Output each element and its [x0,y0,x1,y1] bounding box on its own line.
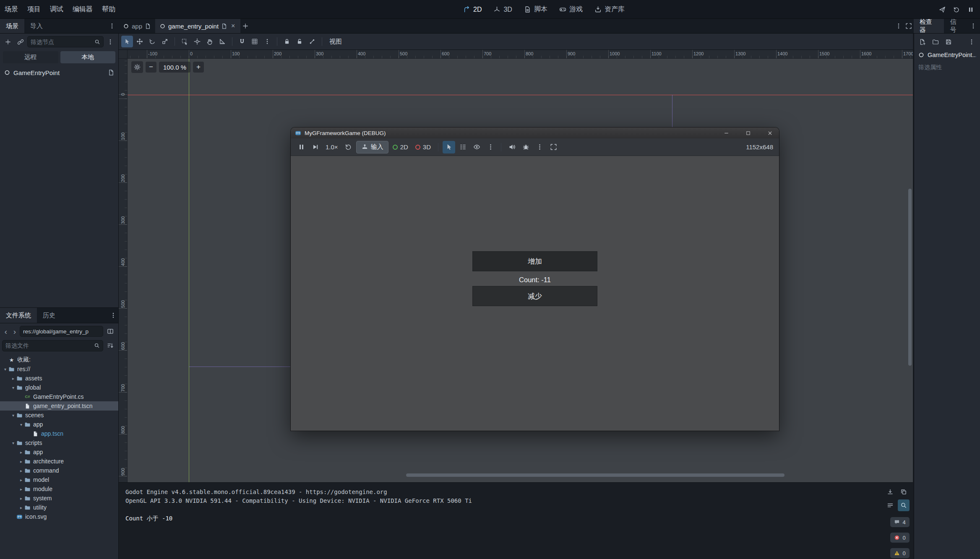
menu-scene[interactable]: 场景 [0,0,23,18]
sort-files-button[interactable] [104,340,116,351]
local-tab-button[interactable]: 本地 [60,51,116,63]
file-row[interactable]: ★收藏: [0,355,118,364]
workspace-game[interactable]: 游戏 [554,3,588,16]
filter-nodes-input[interactable] [31,39,93,45]
game-window[interactable]: MyGFrameworkGame (DEBUG) 1.0× 输入 2D 3D 1… [291,127,779,431]
increase-button[interactable]: 增加 [472,251,597,271]
zoom-in-button[interactable]: + [193,62,204,73]
smart-snap-button[interactable] [236,36,248,47]
ruler-tool-button[interactable] [216,36,228,47]
remote-tab-button[interactable]: 远程 [3,51,58,63]
folder-row[interactable]: ▾global [0,383,118,392]
pause-button[interactable] [965,4,977,16]
minimize-button[interactable] [717,127,735,138]
select-tool-button[interactable] [121,36,133,47]
remote-deploy-button[interactable] [936,4,948,16]
fs-tab-filesystem[interactable]: 文件系统 [0,308,37,323]
tree-expand-icon[interactable]: ▾ [2,367,8,372]
tree-expand-icon[interactable]: ▸ [18,468,24,473]
warning-count-button[interactable]: 0 [890,548,910,558]
folder-row[interactable]: ▸architecture [0,457,118,466]
next-frame-button[interactable] [309,141,321,153]
pan-tool-button[interactable] [204,36,216,47]
horizontal-scrollbar[interactable] [406,473,785,477]
filter-files-input[interactable] [5,342,92,349]
input-mode-button[interactable]: 输入 [356,141,388,153]
selection-options-button[interactable] [484,141,497,153]
mute-audio-button[interactable] [506,141,518,153]
folder-row[interactable]: ▾scenes [0,411,118,420]
search-log-button[interactable] [898,499,910,511]
menu-editor[interactable]: 编辑器 [68,0,97,18]
view-menu-button[interactable]: 视图 [325,34,346,49]
menu-debug[interactable]: 调试 [45,0,68,18]
dock-tab-inspector[interactable]: 检查器 [914,19,944,33]
copy-log-button[interactable] [898,486,910,498]
history-forward-button[interactable]: › [11,326,18,337]
dock-tab-scene[interactable]: 场景 [0,19,24,33]
game-viewport[interactable]: 增加 Count: -11 减少 [291,156,779,431]
decrease-button[interactable]: 减少 [472,286,597,306]
rotate-tool-button[interactable] [146,36,158,47]
folder-row[interactable]: ▸system [0,494,118,503]
folder-row[interactable]: ▸model [0,475,118,484]
snap-options-button[interactable] [261,36,273,47]
instance-scene-button[interactable] [15,36,26,48]
filter-files-box[interactable] [2,340,103,351]
history-back-button[interactable]: ‹ [2,326,10,337]
game-window-titlebar[interactable]: MyGFrameworkGame (DEBUG) [291,127,779,138]
tree-expand-icon[interactable]: ▸ [18,450,24,455]
embed-fullscreen-button[interactable] [547,141,560,153]
workspace-assetlib[interactable]: 资产库 [589,3,630,16]
lock-node-button[interactable] [281,36,293,47]
filter-properties-input[interactable]: 筛选属性 [914,60,980,75]
tree-expand-icon[interactable]: ▾ [10,385,16,390]
fs-tab-history[interactable]: 历史 [37,308,61,323]
message-count-button[interactable]: 4 [890,517,910,527]
folder-row[interactable]: ▸module [0,484,118,494]
tree-expand-icon[interactable]: ▸ [18,496,24,501]
add-node-button[interactable] [2,36,14,48]
center-view-button[interactable] [131,61,143,73]
workspace-2d[interactable]: 2D [458,3,487,16]
suspend-button[interactable] [295,141,308,153]
tree-expand-icon[interactable]: ▸ [18,459,24,464]
inspector-dock-menu-button[interactable] [968,21,978,31]
debug-options-button[interactable] [519,141,532,153]
file-row[interactable]: C#GameEntryPoint.cs [0,392,118,401]
tree-expand-icon[interactable]: ▾ [10,413,16,418]
folder-row[interactable]: ▸command [0,466,118,475]
more-options-button[interactable] [533,141,546,153]
workspace-script[interactable]: 脚本 [519,3,553,16]
select-mode-button[interactable] [443,141,455,153]
tree-expand-icon[interactable]: ▾ [18,422,24,427]
scene-tab-game_entry_point[interactable]: game_entry_point× [155,19,240,33]
scale-tool-button[interactable] [159,36,171,47]
close-window-button[interactable] [761,127,779,138]
maximize-button[interactable] [739,127,757,138]
folder-row[interactable]: ▾app [0,420,118,429]
dock-tab-import[interactable]: 导入 [24,19,49,33]
zoom-level[interactable]: 100.0 % [159,62,190,73]
move-tool-button[interactable] [134,36,146,47]
pivot-tool-button[interactable] [191,36,203,47]
reset-speed-button[interactable] [342,141,355,153]
tree-expand-icon[interactable]: ▸ [18,505,24,510]
tree-expand-icon[interactable]: ▾ [10,441,16,445]
speed-button[interactable]: 1.0× [323,141,341,153]
save-log-button[interactable] [884,486,896,498]
tree-expand-icon[interactable]: ▸ [18,478,24,482]
list-select-tool-button[interactable] [179,36,190,47]
file-row[interactable]: game_entry_point.tscn [0,401,118,411]
menu-project[interactable]: 项目 [23,0,45,18]
file-row[interactable]: app.tscn [0,429,118,438]
camera-2d-button[interactable]: 2D [390,141,411,153]
inspector-menu-button[interactable] [966,36,977,48]
folder-row[interactable]: ▾res:// [0,364,118,374]
folder-row[interactable]: ▸app [0,447,118,457]
scene-tree-root-node[interactable]: GameEntryPoint [0,66,118,79]
file-row[interactable]: icon.svg [0,512,118,521]
zoom-out-button[interactable]: − [146,62,156,73]
scene-tree-menu-button[interactable] [104,36,116,48]
tree-expand-icon[interactable]: ▸ [10,376,16,381]
